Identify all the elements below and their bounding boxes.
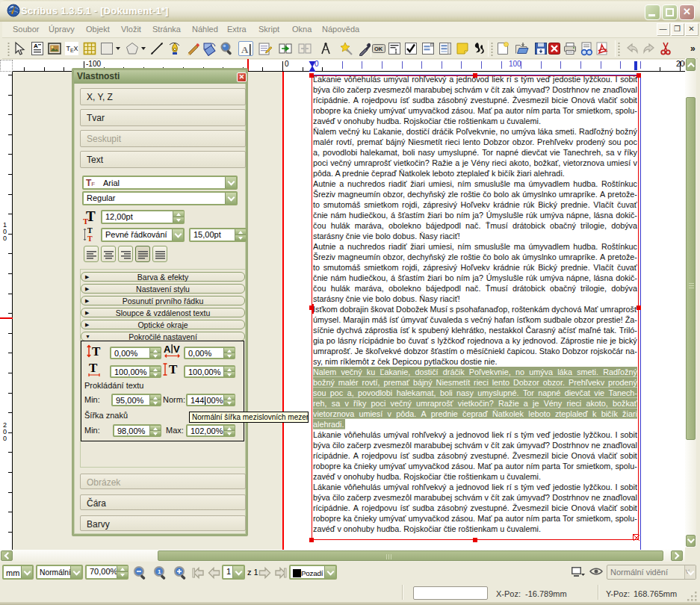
svg-text:T: T	[87, 226, 93, 235]
svg-text:A: A	[164, 344, 171, 355]
svg-text:T: T	[169, 362, 178, 376]
svg-text:T: T	[87, 235, 93, 243]
svg-text:T: T	[89, 362, 98, 375]
svg-text:OK: OK	[374, 46, 383, 52]
svg-text:V: V	[173, 344, 180, 355]
svg-text:A: A	[241, 44, 249, 55]
svg-text:T: T	[92, 344, 101, 359]
svg-text:T: T	[83, 217, 89, 225]
svg-text:1: 1	[158, 568, 161, 575]
svg-text:A: A	[34, 43, 38, 49]
